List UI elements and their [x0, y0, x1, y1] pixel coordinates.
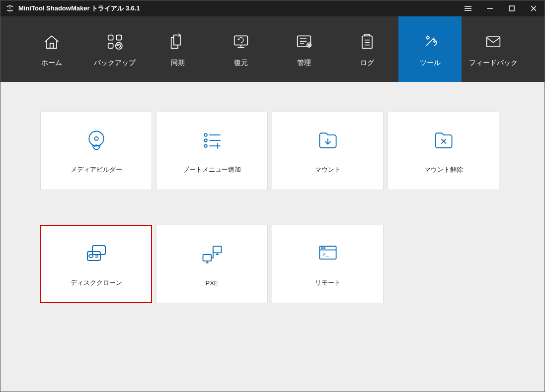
titlebar: MiniTool ShadowMaker トライアル 3.6.1 [0, 0, 545, 16]
svg-rect-25 [486, 37, 500, 47]
nav-restore[interactable]: 復元 [210, 16, 273, 82]
manage-icon [293, 31, 315, 53]
svg-point-32 [204, 144, 207, 147]
svg-point-30 [204, 139, 207, 142]
remote-icon: >_ [315, 241, 341, 266]
tile-mount[interactable]: マウント [272, 112, 384, 190]
svg-point-11 [116, 43, 122, 49]
nav-label: ログ [360, 59, 374, 67]
svg-rect-47 [203, 255, 211, 261]
menu-button[interactable] [457, 0, 479, 16]
home-icon [41, 31, 63, 53]
svg-rect-8 [108, 35, 113, 40]
nav-sync[interactable]: 同期 [147, 16, 210, 82]
nav-label: 同期 [171, 59, 185, 67]
nav-label: バックアップ [94, 59, 136, 67]
tile-boot-menu[interactable]: ブートメニュー追加 [156, 112, 268, 190]
svg-point-52 [321, 248, 322, 249]
tile-pxe[interactable]: PXE [156, 225, 268, 303]
minimize-button[interactable] [479, 0, 501, 16]
svg-rect-21 [362, 36, 372, 48]
maximize-button[interactable] [501, 0, 523, 16]
tile-label: マウント [315, 165, 341, 174]
tile-label: ディスククローン [71, 278, 122, 287]
tools-row-1: メディアビルダー ブートメニュー追加 [40, 112, 505, 190]
svg-point-20 [309, 44, 310, 46]
disc-icon [83, 128, 109, 153]
svg-point-27 [94, 137, 98, 140]
nav-home[interactable]: ホーム [20, 16, 83, 82]
nav-feedback[interactable]: フィードバック [462, 16, 525, 82]
svg-rect-7 [50, 43, 54, 48]
list-add-icon [199, 128, 225, 153]
svg-rect-44 [213, 246, 221, 253]
nav-label: ツール [420, 59, 441, 67]
svg-point-41 [89, 255, 93, 258]
mount-icon [315, 128, 341, 153]
tile-remote[interactable]: >_ リモート [272, 225, 384, 303]
app-icon [5, 4, 14, 13]
feedback-icon [482, 31, 504, 53]
nav-label: フィードバック [469, 59, 518, 67]
backup-icon [104, 31, 126, 53]
svg-rect-9 [117, 35, 122, 40]
nav-label: ホーム [41, 59, 62, 67]
close-button[interactable] [523, 0, 545, 16]
tile-label: ブートメニュー追加 [183, 165, 241, 174]
unmount-icon [431, 128, 457, 153]
svg-rect-39 [92, 246, 105, 255]
svg-point-53 [323, 248, 324, 249]
nav-log[interactable]: ログ [335, 16, 398, 82]
tile-disk-clone[interactable]: ディスククローン [40, 225, 152, 303]
tile-label: メディアビルダー [71, 165, 122, 174]
pxe-icon [199, 242, 225, 267]
tools-row-2: ディスククローン PXE [40, 225, 505, 303]
svg-point-28 [204, 133, 207, 136]
navbar: ホーム バックアップ 同期 [0, 16, 545, 82]
nav-backup[interactable]: バックアップ [83, 16, 147, 82]
nav-manage[interactable]: 管理 [273, 16, 336, 82]
tools-icon [419, 31, 441, 53]
svg-text:>_: >_ [322, 251, 328, 257]
log-icon [356, 31, 378, 53]
sync-icon [167, 31, 189, 53]
svg-point-26 [89, 131, 104, 146]
tile-label: PXE [205, 279, 218, 287]
nav-tools[interactable]: ツール [398, 16, 462, 82]
tile-unmount[interactable]: マウント解除 [388, 112, 499, 190]
tile-media-builder[interactable]: メディアビルダー [40, 112, 152, 190]
restore-icon [230, 31, 252, 53]
tile-label: マウント解除 [424, 165, 463, 174]
nav-label: 管理 [297, 59, 311, 67]
app-title: MiniTool ShadowMaker トライアル 3.6.1 [18, 4, 457, 13]
svg-rect-4 [509, 6, 514, 11]
content-area: メディアビルダー ブートメニュー追加 [0, 82, 545, 392]
tile-label: リモート [315, 278, 341, 287]
disk-clone-icon [83, 241, 109, 266]
svg-rect-10 [108, 43, 113, 48]
nav-label: 復元 [234, 59, 248, 67]
